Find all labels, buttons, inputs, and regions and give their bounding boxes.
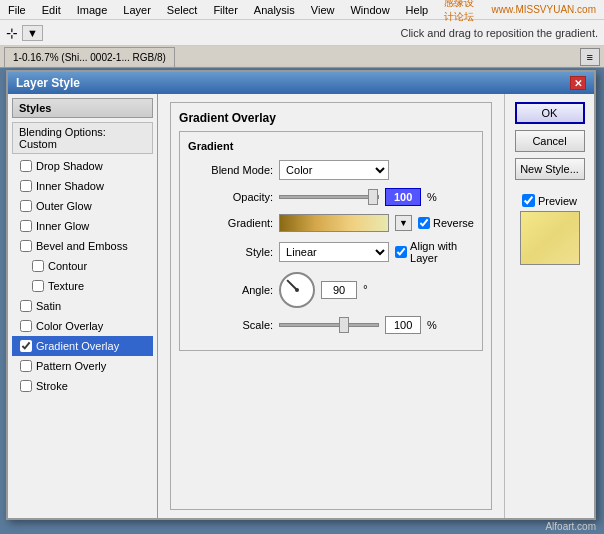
canvas-tab[interactable]: 1-0.16.7% (Shi... 0002-1... RGB/8) [4,47,175,67]
gradient-dropdown-arrow[interactable]: ▼ [395,215,412,231]
menu-layer[interactable]: Layer [119,4,155,16]
dialog-titlebar: Layer Style ✕ [8,72,594,94]
preview-label: Preview [538,195,577,207]
tab-bar: 1-0.16.7% (Shi... 0002-1... RGB/8) ≡ [0,46,604,68]
inner-shadow-checkbox[interactable] [20,180,32,192]
reverse-checkbox[interactable] [418,217,430,229]
layer-item-inner-shadow[interactable]: Inner Shadow [12,176,153,196]
buttons-panel: OK Cancel New Style... Preview [504,94,594,518]
menu-filter[interactable]: Filter [209,4,241,16]
opacity-percent: % [427,191,437,203]
stroke-label: Stroke [36,380,68,392]
layer-item-satin[interactable]: Satin [12,296,153,316]
pattern-overlay-checkbox[interactable] [20,360,32,372]
reverse-check-label[interactable]: Reverse [418,217,474,229]
menu-view[interactable]: View [307,4,339,16]
dialog-close-button[interactable]: ✕ [570,76,586,90]
ok-button[interactable]: OK [515,102,585,124]
outer-glow-label: Outer Glow [36,200,92,212]
opacity-slider-container [279,195,379,199]
layer-item-outer-glow[interactable]: Outer Glow [12,196,153,216]
preview-section: Preview [520,194,580,265]
angle-row: Angle: 90 ° [188,272,474,308]
menu-image[interactable]: Image [73,4,112,16]
menu-site: 感缘设计论坛 [440,0,479,24]
contour-label: Contour [48,260,87,272]
inner-glow-checkbox[interactable] [20,220,32,232]
bevel-emboss-checkbox[interactable] [20,240,32,252]
menu-select[interactable]: Select [163,4,202,16]
layer-item-stroke[interactable]: Stroke [12,376,153,396]
gradient-overlay-checkbox[interactable] [20,340,32,352]
texture-checkbox[interactable] [32,280,44,292]
gradient-section-inner: Gradient Blend Mode: Color Normal Multip… [179,131,483,351]
layer-item-texture[interactable]: Texture [12,276,153,296]
new-style-button[interactable]: New Style... [515,158,585,180]
stroke-checkbox[interactable] [20,380,32,392]
move-tool-icon[interactable]: ⊹ [6,25,18,41]
preview-check-label[interactable]: Preview [522,194,577,207]
scale-slider[interactable] [279,323,379,327]
angle-input[interactable]: 90 [321,281,357,299]
menu-bar: File Edit Image Layer Select Filter Anal… [0,0,604,20]
dialog-title-text: Layer Style [16,76,80,90]
bevel-emboss-label: Bevel and Emboss [36,240,128,252]
layer-item-contour[interactable]: Contour [12,256,153,276]
menu-help[interactable]: Help [402,4,433,16]
contour-checkbox[interactable] [32,260,44,272]
inner-shadow-label: Inner Shadow [36,180,104,192]
toolbar-hint: Click and drag to reposition the gradien… [400,27,598,39]
align-layer-check-label[interactable]: Align with Layer [395,240,474,264]
align-layer-checkbox[interactable] [395,246,407,258]
pattern-overlay-label: Pattern Overly [36,360,106,372]
cancel-button[interactable]: Cancel [515,130,585,152]
reverse-label: Reverse [433,217,474,229]
toolbar-dropdown[interactable]: ▼ [22,25,43,41]
style-row: Style: Linear Radial Angle Reflected Dia… [188,240,474,264]
right-area: Gradient Overlay Gradient Blend Mode: Co… [158,94,594,518]
menu-edit[interactable]: Edit [38,4,65,16]
preview-box [520,211,580,265]
blend-mode-label: Blend Mode: [188,164,273,176]
dialog-body: Styles Blending Options: Custom Drop Sha… [8,94,594,518]
angle-degree: ° [363,283,368,297]
section-inner-title: Gradient [188,140,474,152]
blending-options[interactable]: Blending Options: Custom [12,122,153,154]
layer-item-pattern-overlay[interactable]: Pattern Overly [12,356,153,376]
angle-needle [287,279,298,290]
outer-glow-checkbox[interactable] [20,200,32,212]
layer-item-drop-shadow[interactable]: Drop Shadow [12,156,153,176]
color-overlay-checkbox[interactable] [20,320,32,332]
angle-dial[interactable] [279,272,315,308]
layer-item-gradient-overlay[interactable]: Gradient Overlay [12,336,153,356]
drop-shadow-checkbox[interactable] [20,160,32,172]
styles-header[interactable]: Styles [12,98,153,118]
style-select[interactable]: Linear Radial Angle Reflected Diamond [279,242,389,262]
menu-file[interactable]: File [4,4,30,16]
satin-checkbox[interactable] [20,300,32,312]
drop-shadow-label: Drop Shadow [36,160,103,172]
menu-window[interactable]: Window [346,4,393,16]
scale-slider-container [279,323,379,327]
layer-item-bevel-emboss[interactable]: Bevel and Emboss [12,236,153,256]
inner-glow-label: Inner Glow [36,220,89,232]
style-label: Style: [188,246,273,258]
toolbar: ⊹ ▼ Click and drag to reposition the gra… [0,20,604,46]
section-outer-title: Gradient Overlay [179,111,483,125]
opacity-slider[interactable] [279,195,379,199]
opacity-input[interactable]: 100 [385,188,421,206]
scale-label: Scale: [188,319,273,331]
menu-url: www.MISSVYUAN.com [488,4,600,15]
gradient-overlay-label: Gradient Overlay [36,340,119,352]
satin-label: Satin [36,300,61,312]
preview-checkbox[interactable] [522,194,535,207]
menu-analysis[interactable]: Analysis [250,4,299,16]
color-overlay-label: Color Overlay [36,320,103,332]
opacity-label: Opacity: [188,191,273,203]
layer-item-inner-glow[interactable]: Inner Glow [12,216,153,236]
layer-item-color-overlay[interactable]: Color Overlay [12,316,153,336]
gradient-bar[interactable] [279,214,389,232]
tab-controls[interactable]: ≡ [580,48,600,66]
scale-input[interactable]: 100 [385,316,421,334]
blend-mode-select[interactable]: Color Normal Multiply Screen Overlay [279,160,389,180]
